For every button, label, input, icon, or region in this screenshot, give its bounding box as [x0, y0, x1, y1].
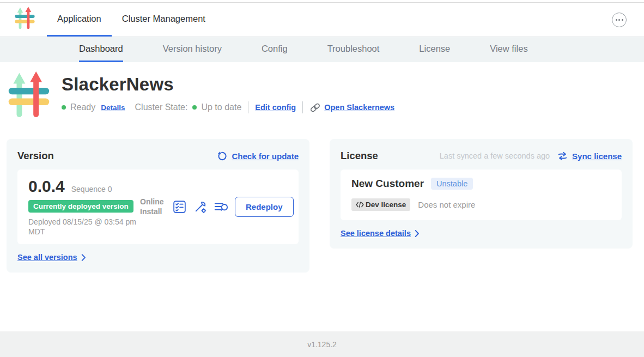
tab-view-files-label: View files [490, 44, 527, 54]
version-sequence: Sequence 0 [71, 185, 112, 193]
license-expiry: Does not expire [418, 200, 475, 209]
ellipsis-menu-icon[interactable] [612, 13, 627, 27]
console-footer: v1.125.2 [0, 331, 644, 357]
top-nav-tabs: Application Cluster Management [47, 3, 216, 37]
see-license-details-link[interactable]: See license details [341, 229, 411, 238]
divider [248, 101, 248, 113]
preflight-checklist-icon[interactable] [172, 199, 187, 214]
dashboard-cards: Version Check for update 0.0.4 Sequence … [7, 139, 637, 273]
app-status-dot [62, 105, 66, 110]
license-type-label: Dev license [366, 201, 406, 209]
app-header: SlackerNews Ready Details Cluster State:… [0, 62, 644, 123]
open-app-link[interactable]: Open Slackernews [324, 103, 394, 112]
tab-dashboard-label: Dashboard [79, 44, 123, 54]
see-all-versions-link[interactable]: See all versions [17, 253, 77, 262]
code-brackets-icon [356, 202, 364, 208]
sync-license-link[interactable]: Sync license [572, 152, 622, 161]
chevron-right-icon [81, 254, 86, 261]
teal-bar [15, 15, 34, 18]
license-card: License Last synced a few seconds ago Sy… [330, 139, 633, 249]
deployed-timestamp: Deployed 08/15/25 @ 03:54 pm MDT [28, 217, 142, 237]
redeploy-button[interactable]: Redeploy [235, 197, 294, 217]
tab-version-history-label: Version history [163, 44, 222, 54]
tab-view-files[interactable]: View files [490, 37, 527, 62]
deployed-status-badge: Currently deployed version [28, 200, 133, 213]
divider [302, 101, 303, 113]
tab-troubleshoot[interactable]: Troubleshoot [327, 37, 380, 62]
license-card-title: License [341, 150, 378, 162]
chain-link-icon [309, 102, 321, 113]
tab-license-label: License [419, 44, 450, 54]
app-status-row: Ready Details Cluster State: Up to date … [62, 101, 394, 113]
status-details-link[interactable]: Details [101, 104, 125, 112]
tab-application[interactable]: Application [47, 3, 112, 37]
version-card: Version Check for update 0.0.4 Sequence … [7, 139, 309, 273]
license-meta-row: Dev license Does not expire [351, 198, 611, 211]
license-type-badge: Dev license [351, 198, 410, 211]
current-version-panel: 0.0.4 Sequence 0 Currently deployed vers… [17, 170, 299, 244]
license-card-header: License Last synced a few seconds ago Sy… [341, 150, 622, 162]
app-logo-icon [8, 71, 50, 123]
tab-troubleshoot-label: Troubleshoot [327, 44, 380, 54]
sync-arrows-icon [557, 152, 568, 161]
last-synced-text: Last synced a few seconds ago [440, 152, 550, 160]
tab-cluster-management[interactable]: Cluster Management [112, 3, 216, 37]
slackernews-arrows-logo-icon [15, 7, 35, 33]
navbar-right [612, 3, 627, 37]
edit-config-link[interactable]: Edit config [255, 103, 296, 112]
tab-license[interactable]: License [419, 37, 450, 62]
tab-dashboard[interactable]: Dashboard [79, 37, 123, 62]
top-navbar: Application Cluster Management [0, 3, 644, 37]
version-actions: Online Install [140, 197, 294, 217]
version-card-actions: Check for update [217, 151, 299, 161]
install-type-label: Online Install [140, 197, 166, 216]
cluster-state-dot [192, 105, 197, 110]
check-for-update-link[interactable]: Check for update [232, 152, 299, 161]
refresh-icon [217, 151, 227, 161]
license-card-actions: Last synced a few seconds ago Sync licen… [440, 152, 622, 161]
logs-magnifier-icon[interactable] [214, 199, 229, 214]
customer-row: New Customer Unstable [351, 178, 611, 190]
mint-arrow [17, 8, 23, 29]
tab-cluster-management-label: Cluster Management [122, 14, 205, 24]
tab-config[interactable]: Config [262, 37, 288, 62]
yellow-bar [15, 20, 34, 23]
chevron-right-icon [415, 230, 420, 237]
version-info: 0.0.4 Sequence 0 Currently deployed vers… [28, 177, 140, 237]
license-info-panel: New Customer Unstable Dev license Does n… [341, 170, 622, 220]
see-all-versions-row: See all versions [17, 253, 299, 262]
page-title: SlackerNews [62, 74, 394, 95]
version-card-header: Version Check for update [17, 150, 299, 162]
customer-name: New Customer [351, 178, 424, 190]
cluster-state-label: Cluster State: [135, 102, 188, 112]
tab-application-label: Application [57, 14, 101, 24]
app-status-text: Ready [70, 102, 95, 112]
see-license-details-row: See license details [341, 229, 622, 238]
app-subnav: Dashboard Version history Config Trouble… [0, 37, 644, 62]
tab-version-history[interactable]: Version history [163, 37, 222, 62]
console-version: v1.125.2 [307, 340, 337, 349]
app-header-text: SlackerNews Ready Details Cluster State:… [62, 71, 394, 123]
channel-badge: Unstable [431, 178, 473, 190]
brand-logo[interactable] [15, 3, 35, 37]
tab-config-label: Config [262, 44, 288, 54]
version-card-title: Version [17, 150, 54, 162]
version-number: 0.0.4 [28, 177, 65, 196]
cluster-state-value: Up to date [201, 102, 241, 112]
wrench-gear-icon[interactable] [193, 199, 208, 214]
